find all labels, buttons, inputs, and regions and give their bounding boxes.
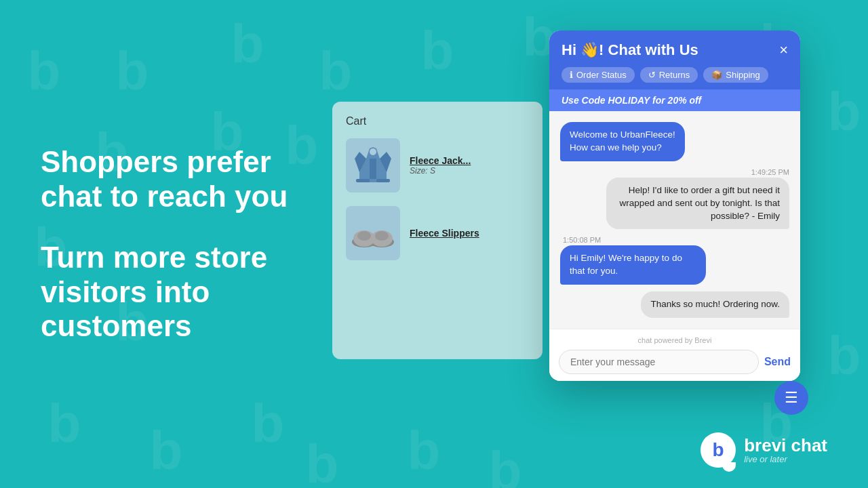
bg-b: b (237, 393, 298, 454)
subheadline-line2: visitors into (41, 274, 210, 308)
chat-promo-bar: Use Code HOLIDAY for 20% off (549, 89, 800, 111)
cart-item-jacket: Fleece Jack... Size: S (346, 138, 529, 192)
jacket-size: Size: S (410, 166, 471, 176)
message-row-agent-welcome: Welcome to UrbanFleece!How can we help y… (560, 122, 789, 161)
brevi-name: brevi chat (744, 436, 827, 454)
brevi-text-block: brevi chat live or later (744, 436, 827, 464)
chat-pill-shipping[interactable]: 📦 Shipping (703, 67, 768, 83)
svg-point-5 (370, 148, 376, 155)
jacket-svg (349, 142, 397, 189)
bg-b: b (292, 434, 353, 488)
msg-time-2: 1:50:08 PM (563, 236, 601, 244)
chat-header-top: Hi 👋! Chat with Us × (561, 41, 788, 59)
msg-text-user-1: Help! I'd like to order a gift but need … (620, 185, 780, 221)
msg-bubble-user-2: Thanks so much! Ordering now. (641, 291, 789, 318)
brevi-tagline: live or later (744, 454, 827, 464)
message-row-user-1: Help! I'd like to order a gift but need … (560, 178, 789, 230)
svg-point-13 (375, 231, 389, 241)
chat-float-button[interactable]: ☰ (774, 381, 808, 415)
brevi-b-letter: b (713, 439, 724, 461)
msg-bubble-user-1: Help! I'd like to order a gift but need … (606, 178, 789, 230)
msg-bubble-agent-2: Hi Emily! We're happy to do that for you… (560, 245, 706, 285)
chat-send-button[interactable]: Send (764, 356, 791, 368)
chat-widget: Hi 👋! Chat with Us × ℹ Order Status ↺ Re… (549, 30, 800, 381)
bg-b: b (217, 14, 278, 75)
bg-b: b (407, 20, 468, 81)
cart-label: Cart (346, 115, 529, 127)
svg-rect-4 (370, 159, 376, 179)
store-mockup: Cart Fleece Jack... Size: S (332, 102, 542, 359)
bg-b: b (393, 420, 454, 481)
bg-b: b (475, 441, 536, 488)
chat-body: Welcome to UrbanFleece!How can we help y… (549, 111, 800, 329)
bg-b: b (814, 325, 868, 386)
msg-text-user-2: Thanks so much! Ordering now. (650, 299, 780, 309)
chat-message-input[interactable] (559, 350, 759, 374)
hamburger-icon: ☰ (785, 389, 798, 407)
svg-point-12 (357, 231, 371, 241)
message-row-agent-2: Hi Emily! We're happy to do that for you… (560, 245, 743, 285)
bg-b: b (305, 41, 366, 102)
chat-title: Hi 👋! Chat with Us (561, 41, 698, 59)
jacket-name: Fleece Jack... (410, 155, 471, 166)
bg-b: b (814, 81, 868, 142)
msg-text-agent-2: Hi Emily! We're happy to do that for you… (570, 253, 682, 276)
msg-bubble-welcome: Welcome to UrbanFleece!How can we help y… (560, 122, 685, 161)
chat-input-area: chat powered by Brevi Send (549, 329, 800, 381)
msg-text-welcome: Welcome to UrbanFleece!How can we help y… (570, 129, 675, 152)
bg-b: b (34, 393, 95, 454)
jacket-info: Fleece Jack... Size: S (410, 155, 471, 176)
subheadline-line3: customers (41, 309, 192, 342)
headline-line2: chat to reach you (41, 179, 288, 212)
order-status-label: Order Status (576, 70, 627, 80)
brevi-logo: b (701, 432, 736, 468)
chat-input-row: Send (559, 350, 791, 374)
bg-b: b (136, 420, 197, 481)
slippers-info: Fleece Slippers (410, 228, 479, 239)
chat-pill-returns[interactable]: ↺ Returns (640, 67, 698, 83)
user-msg-block: 1:49:25 PM Help! I'd like to order a gif… (560, 168, 789, 230)
svg-rect-6 (356, 179, 370, 182)
slippers-svg (349, 211, 397, 256)
shipping-icon: 📦 (711, 70, 722, 80)
cart-item-slippers: Fleece Slippers (346, 206, 529, 260)
main-headline: Shoppers prefer chat to reach you (41, 145, 312, 214)
chat-close-button[interactable]: × (779, 43, 788, 58)
slippers-image (346, 206, 400, 260)
agent-msg-block: 1:50:08 PM Hi Emily! We're happy to do t… (560, 236, 789, 285)
chat-powered-by: chat powered by Brevi (559, 336, 791, 344)
subheadline-line1: Turn more store (41, 241, 267, 274)
chat-pills: ℹ Order Status ↺ Returns 📦 Shipping (561, 67, 788, 83)
returns-icon: ↺ (648, 70, 656, 80)
jacket-image (346, 138, 400, 192)
order-status-icon: ℹ (570, 70, 573, 80)
slippers-name: Fleece Slippers (410, 228, 479, 239)
returns-label: Returns (659, 70, 690, 80)
shipping-label: Shipping (726, 70, 760, 80)
svg-rect-7 (376, 179, 390, 182)
chat-header: Hi 👋! Chat with Us × ℹ Order Status ↺ Re… (549, 30, 800, 111)
chat-pill-order-status[interactable]: ℹ Order Status (561, 67, 635, 83)
sub-headline: Turn more store visitors into customers (41, 241, 312, 344)
bg-b: b (102, 41, 163, 102)
headline-line1: Shoppers prefer (41, 145, 271, 178)
brevi-brand: b brevi chat live or later (701, 432, 827, 468)
brevi-logo-tail (722, 462, 736, 472)
message-row-user-2: Thanks so much! Ordering now. (560, 291, 789, 318)
bg-b: b (14, 41, 75, 102)
msg-time-1: 1:49:25 PM (751, 168, 789, 176)
promo-text: Use Code HOLIDAY for 20% off (561, 95, 701, 106)
left-section: Shoppers prefer chat to reach you Turn m… (41, 145, 312, 344)
